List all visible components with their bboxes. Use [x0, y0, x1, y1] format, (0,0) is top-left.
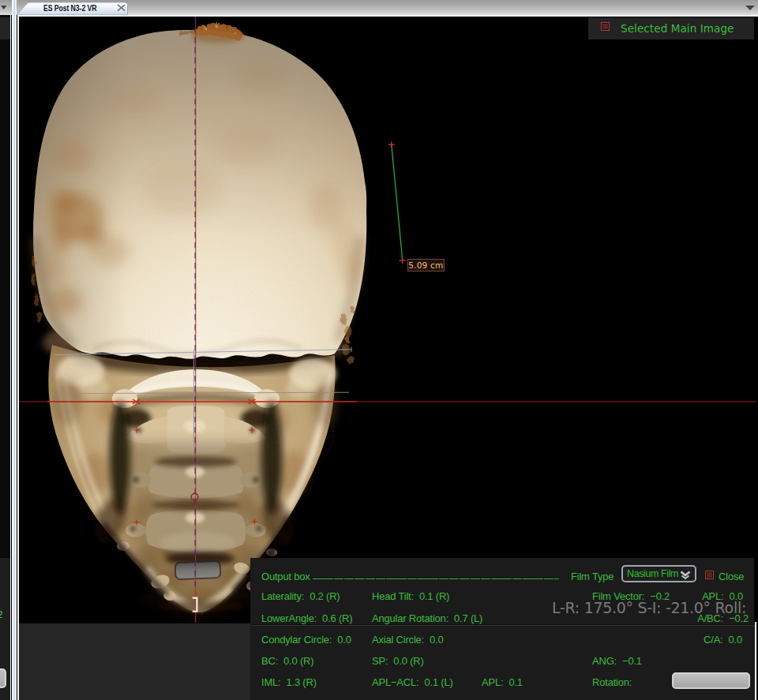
- field-label: A/BC:: [697, 612, 723, 624]
- field-label: Condylar Circle:: [261, 634, 332, 646]
- output-box-title: Output box: [261, 571, 310, 582]
- chevron-down-icon: [679, 569, 692, 581]
- neighbor-clipped-text: 2: [0, 608, 3, 620]
- field-value: 0.1 (L): [424, 676, 452, 688]
- field-head-tilt: Head Tilt:0.1 (R): [372, 591, 449, 602]
- field-condylar-circle: Condylar Circle:0.0: [261, 634, 351, 646]
- neighbor-overlay-fragment: [0, 17, 10, 39]
- field-label: IML:: [261, 676, 280, 688]
- neighbor-pane-sliver[interactable]: 2: [0, 15, 10, 700]
- left-scroll-arrow-icon[interactable]: [1, 6, 7, 9]
- field-label: C/A:: [704, 634, 722, 646]
- field-label: APL:: [702, 590, 723, 602]
- tab-bar: ES Post N3-2 VR: [0, 0, 758, 15]
- field-value: 0.0: [729, 634, 742, 646]
- field-lower-angle: LowerAngle:0.6 (R): [261, 613, 352, 624]
- field-film-vector: Film Vector:−0.2: [592, 591, 670, 602]
- field-label: Rotation:: [592, 676, 632, 688]
- field-value: 0.1: [508, 676, 522, 688]
- selected-main-image-box: Selected Main Image: [588, 17, 754, 39]
- image-viewport[interactable]: [0, 0, 758, 623]
- field-sp: SP:0.0 (R): [372, 656, 424, 667]
- right-scroll-arrow-icon[interactable]: [745, 6, 755, 10]
- field-apl-bottom: APL:0.1: [482, 677, 523, 688]
- field-label: APL:: [482, 676, 503, 688]
- film-type-select[interactable]: Nasium Film: [621, 565, 696, 582]
- neighbor-button-fragment: [0, 668, 6, 688]
- field-c-a: C/A:0.0: [704, 634, 742, 646]
- field-value: 0.0 (R): [393, 655, 423, 667]
- field-a-bc: A/BC:−0.2: [697, 613, 749, 624]
- pane-top-border: [17, 15, 758, 17]
- field-laterality: Laterality:0.2 (R): [261, 591, 340, 602]
- output-panel: Output box Film Type Nasium Film Close L…: [250, 558, 754, 700]
- field-label: Laterality:: [261, 590, 304, 602]
- field-value: 0.6 (R): [322, 612, 352, 624]
- field-label: Film Vector:: [592, 590, 644, 602]
- field-label: Axial Circle:: [372, 634, 424, 646]
- field-apl-top: APL:0.0: [702, 591, 743, 602]
- field-label: Head Tilt:: [372, 590, 414, 602]
- panel-groove-highlight: [250, 625, 754, 626]
- tab-title[interactable]: ES Post N3-2 VR: [43, 3, 112, 14]
- pane-splitter[interactable]: [12, 0, 17, 700]
- field-value: 0.2 (R): [310, 590, 340, 602]
- field-label: BC:: [261, 655, 278, 667]
- field-label: LowerAngle:: [261, 612, 317, 624]
- pane-left-border: [17, 15, 19, 700]
- selected-main-image-checkbox[interactable]: [601, 22, 610, 31]
- field-label: Angular Rotation:: [372, 612, 448, 624]
- field-value: 0.7 (L): [454, 612, 482, 624]
- bottom-left-pane: [19, 623, 250, 700]
- film-type-value: Nasium Film: [627, 568, 678, 579]
- application-window: 5.09 cm Output box Film Type Nasium Film…: [0, 0, 758, 700]
- field-iml: IML:1.3 (R): [261, 677, 317, 688]
- rotation-input[interactable]: [672, 672, 750, 689]
- field-bc: BC:0.0 (R): [261, 656, 313, 667]
- field-value: 0.0: [430, 634, 443, 646]
- field-axial-circle: Axial Circle:0.0: [372, 634, 444, 646]
- field-value: 1.3 (R): [286, 676, 316, 688]
- field-label: SP:: [372, 655, 388, 667]
- field-label: ANG:: [592, 655, 617, 667]
- field-value: 0.0: [730, 590, 743, 602]
- close-label: Close: [719, 571, 744, 582]
- field-apl-acl: APL−ACL:0.1 (L): [372, 677, 453, 688]
- selected-main-image-label: Selected Main Image: [621, 22, 734, 35]
- field-ang: ANG:−0.1: [592, 656, 642, 667]
- field-value: 0.1 (R): [419, 590, 449, 602]
- field-value: −0.2: [650, 590, 670, 602]
- field-label: APL−ACL:: [372, 676, 418, 688]
- field-value: 0.0 (R): [283, 655, 313, 667]
- measurement-label[interactable]: 5.09 cm: [407, 259, 445, 271]
- field-value: −0.2: [729, 612, 749, 624]
- film-type-label: Film Type: [571, 571, 614, 582]
- field-angular-rotation: Angular Rotation:0.7 (L): [372, 613, 482, 624]
- field-value: 0.0: [337, 634, 351, 646]
- output-box-underscore: [313, 578, 559, 579]
- close-checkbox[interactable]: [705, 571, 714, 579]
- field-value: −0.1: [622, 655, 642, 667]
- field-rotation-label: Rotation:: [592, 677, 632, 688]
